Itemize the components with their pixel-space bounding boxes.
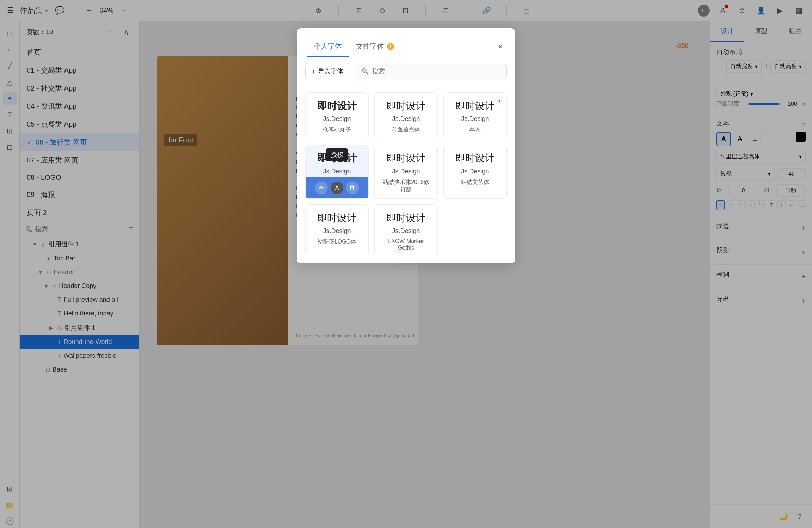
font-name: 站酷文艺体 <box>461 179 489 186</box>
font-card-8[interactable]: 即时设计 Js.Design LXGW Marker Gothic <box>374 204 438 256</box>
font-preview-sub: Js.Design <box>323 168 351 175</box>
font-card-6[interactable]: 即时设计 Js.Design 站酷文艺体 <box>443 145 507 198</box>
info-badge: ℹ <box>387 43 394 50</box>
font-card-2[interactable]: 即时设计 Js.Design 斗鱼追光体 <box>374 92 438 139</box>
font-preview-sub: Js.Design <box>323 227 351 235</box>
font-name: LXGW Marker Gothic <box>380 238 432 251</box>
font-preview-sub: Js.Design <box>323 115 351 123</box>
font-name: 苹方 <box>469 126 481 134</box>
modal-tabs: 个人字体 文件字体 ℹ <box>307 37 401 57</box>
font-preview-sub: Js.Design <box>461 168 489 175</box>
font-name: 站酷薇LOGO体 <box>318 238 356 246</box>
font-preview: 即时设计 <box>455 100 495 112</box>
auth-tooltip: 授权 <box>326 148 348 161</box>
font-preview-sub: Js.Design <box>392 168 420 175</box>
font-card-1[interactable]: 即时设计 Js.Design 仓耳小丸子 <box>305 92 369 139</box>
search-icon: 🔍 <box>362 68 369 75</box>
tab-file-fonts[interactable]: 文件字体 ℹ <box>349 37 401 57</box>
modal-toolbar: ↑ 导入字体 🔍 <box>297 57 515 85</box>
font-card-7[interactable]: 即时设计 Js.Design 站酷薇LOGO体 <box>305 204 369 256</box>
font-preview: 即时设计 <box>386 212 426 225</box>
font-badge: 6 <box>494 96 503 105</box>
font-preview-sub: Js.Design <box>392 227 420 235</box>
font-preview-sub: Js.Design <box>461 115 489 123</box>
font-name: 站酷快乐体2016修订版 <box>380 179 432 194</box>
upload-icon: ↑ <box>312 68 315 75</box>
font-preview: 即时设计 <box>455 152 495 165</box>
font-preview: 即时设计 <box>317 212 357 225</box>
font-card-3[interactable]: 6 即时设计 Js.Design 苹方 <box>443 92 507 139</box>
font-grid: 即时设计 Js.Design 仓耳小丸子 即时设计 Js.Design 斗鱼追光… <box>305 92 507 256</box>
delete-font-btn[interactable]: 🗑 <box>346 182 359 194</box>
font-preview-sub: Js.Design <box>392 115 420 123</box>
font-name: 斗鱼追光体 <box>392 126 420 134</box>
font-card-5[interactable]: 即时设计 Js.Design 站酷快乐体2016修订版 <box>374 145 438 198</box>
font-card-4[interactable]: 即时设计 Js.Design 授权 ✏ A 🗑 站酷高端黑 <box>305 145 369 198</box>
font-modal: 个人字体 文件字体 ℹ × ↑ 导入字体 🔍 <box>297 28 515 263</box>
font-search-input[interactable] <box>372 68 501 75</box>
import-font-btn[interactable]: ↑ 导入字体 <box>305 63 350 79</box>
font-name: 仓耳小丸子 <box>323 126 351 134</box>
edit-font-btn[interactable]: ✏ <box>315 182 328 194</box>
avatar-font-btn[interactable]: A <box>331 182 343 194</box>
modal-overlay[interactable]: 个人字体 文件字体 ℹ × ↑ 导入字体 🔍 <box>0 0 812 528</box>
font-actions: ✏ A 🗑 <box>306 177 368 198</box>
modal-content: 即时设计 Js.Design 仓耳小丸子 即时设计 Js.Design 斗鱼追光… <box>297 85 515 263</box>
tab-personal-fonts[interactable]: 个人字体 <box>307 37 349 57</box>
font-preview: 即时设计 <box>386 152 426 165</box>
search-box: 🔍 <box>356 64 507 79</box>
modal-header: 个人字体 文件字体 ℹ × <box>297 28 515 57</box>
font-preview: 即时设计 <box>386 100 426 112</box>
modal-close-btn[interactable]: × <box>495 39 505 54</box>
font-preview: 即时设计 <box>317 100 357 112</box>
